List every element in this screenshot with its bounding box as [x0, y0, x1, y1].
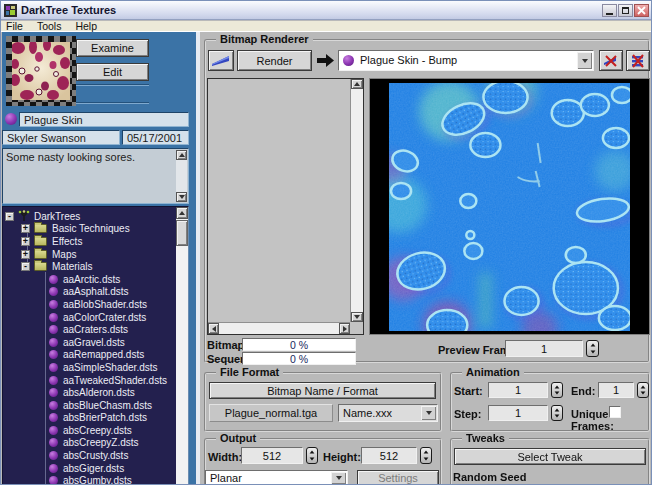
sequence-progress-bar: 0 % — [242, 352, 356, 365]
step-label: Step: — [454, 408, 482, 420]
date-field[interactable]: 05/17/2001 — [122, 130, 189, 145]
texture-sphere-icon — [49, 388, 58, 397]
mapping-dropdown[interactable]: Planar — [205, 470, 348, 485]
window-title: DarkTree Textures — [21, 4, 116, 16]
start-spinner[interactable] — [551, 382, 563, 398]
tree-connector — [45, 272, 46, 485]
end-field[interactable]: 1 — [598, 382, 634, 398]
step-spinner[interactable] — [551, 405, 563, 421]
tree-file-row[interactable]: aaTweakedShader.dsts — [3, 374, 176, 387]
title-bar[interactable]: DarkTree Textures — [1, 1, 652, 20]
name-pattern-dropdown[interactable]: Name.xxx — [338, 404, 438, 422]
menu-file[interactable]: File — [6, 20, 23, 32]
tree-file-row[interactable]: absBrierPatch.dsts — [3, 412, 176, 425]
scroll-right-icon[interactable] — [339, 323, 350, 334]
select-tweak-button[interactable]: Select Tweak — [454, 448, 646, 465]
preview-frame-field[interactable]: 1 — [505, 340, 583, 357]
scroll-up-icon[interactable] — [176, 207, 188, 219]
tree-file-row[interactable]: aaRemapped.dsts — [3, 349, 176, 362]
tree-folder-row[interactable]: +Maps — [3, 248, 176, 261]
darktrees-root-icon — [18, 210, 30, 222]
tree-root[interactable]: - DarkTrees — [3, 210, 176, 223]
tree-file-row[interactable]: absAlderon.dsts — [3, 386, 176, 399]
author-field[interactable]: Skyler Swanson — [2, 130, 120, 145]
tree-root-label: DarkTrees — [34, 211, 80, 222]
bump-map-preview-image — [389, 83, 630, 331]
texture-name-field[interactable]: Plague Skin — [19, 112, 189, 127]
tree-folder-row[interactable]: -Materials — [3, 260, 176, 273]
tree-file-label: aaCraters.dsts — [63, 324, 128, 335]
height-spinner[interactable] — [420, 447, 432, 464]
chevron-down-icon[interactable] — [331, 472, 346, 484]
menu-help[interactable]: Help — [75, 20, 97, 32]
tree-file-row[interactable]: aaBlobShader.dsts — [3, 298, 176, 311]
blue-wedge-icon — [211, 54, 231, 67]
tree-folder-row[interactable]: +Effects — [3, 235, 176, 248]
tree-file-row[interactable]: aaArctic.dsts — [3, 273, 176, 286]
collapse-toggle-icon[interactable]: - — [5, 212, 14, 221]
list-horizontal-scrollbar[interactable] — [208, 322, 350, 334]
end-spinner[interactable] — [637, 382, 649, 398]
close-button[interactable] — [634, 4, 649, 17]
scroll-up-icon[interactable] — [176, 150, 187, 160]
tree-scrollbar[interactable] — [176, 207, 188, 485]
tree-folder-row[interactable]: +Basic Techniques — [3, 223, 176, 236]
minimize-button[interactable] — [602, 4, 617, 17]
height-field[interactable]: 512 — [361, 447, 417, 464]
expand-toggle-icon[interactable]: - — [21, 262, 30, 271]
settings-button[interactable]: Settings — [357, 470, 439, 485]
menu-tools[interactable]: Tools — [37, 20, 62, 32]
render-target-dropdown[interactable]: Plague Skin - Bump — [338, 50, 594, 71]
texture-sphere-icon — [343, 55, 354, 66]
list-vertical-scrollbar[interactable] — [350, 79, 363, 322]
tree-file-row[interactable]: absCreepyZ.dsts — [3, 437, 176, 450]
chevron-down-icon[interactable] — [577, 52, 592, 69]
tree-file-row[interactable]: absGumby.dsts — [3, 474, 176, 485]
tree-file-row[interactable]: aaAsphalt.dsts — [3, 286, 176, 299]
delete-item-icon — [603, 54, 619, 68]
tree-file-row[interactable]: absCrusty.dsts — [3, 449, 176, 462]
render-queue-button[interactable] — [208, 50, 234, 71]
expand-toggle-icon[interactable]: + — [21, 237, 30, 246]
width-field[interactable]: 512 — [241, 447, 303, 464]
expand-toggle-icon[interactable]: + — [21, 224, 30, 233]
tree-file-row[interactable]: absBlueChasm.dsts — [3, 399, 176, 412]
remove-all-render-targets-button[interactable] — [626, 50, 650, 71]
texture-info-panel: Examine Edit Plague Skin Skyler Swanson … — [2, 32, 196, 485]
folder-icon — [34, 250, 47, 259]
render-button[interactable]: Render — [237, 50, 312, 71]
tree-file-row[interactable]: absCreepy.dsts — [3, 424, 176, 437]
bitmap-progress-bar: 0 % — [242, 338, 356, 351]
scroll-up-icon[interactable] — [351, 79, 363, 89]
width-spinner[interactable] — [306, 447, 318, 464]
remove-render-target-button[interactable] — [599, 50, 623, 71]
scroll-down-icon[interactable] — [351, 312, 363, 322]
tree-file-row[interactable]: aaSimpleShader.dsts — [3, 361, 176, 374]
end-label: End: — [571, 385, 595, 397]
unique-frames-checkbox[interactable] — [609, 406, 621, 418]
scroll-left-icon[interactable] — [208, 323, 219, 334]
texture-sphere-icon — [49, 401, 58, 410]
examine-button[interactable]: Examine — [76, 39, 149, 57]
expand-toggle-icon[interactable]: + — [21, 250, 30, 259]
tree-scrollbar-thumb[interactable] — [176, 220, 188, 246]
tree-file-row[interactable]: aaCraters.dsts — [3, 323, 176, 336]
description-box[interactable]: Some nasty looking sores. — [2, 148, 189, 204]
tree-file-label: absCreepy.dsts — [63, 425, 132, 436]
description-scrollbar[interactable] — [176, 150, 187, 202]
tree-file-row[interactable]: aaColorCrater.dsts — [3, 311, 176, 324]
tree-file-row[interactable]: aaGravel.dsts — [3, 336, 176, 349]
spinner-up-icon[interactable] — [590, 344, 595, 347]
tree-file-row[interactable]: absGiger.dsts — [3, 462, 176, 475]
scroll-down-icon[interactable] — [176, 192, 187, 202]
spinner-down-icon[interactable] — [590, 350, 595, 353]
tree-file-label: absBrierPatch.dsts — [63, 412, 147, 423]
bitmap-name-format-button[interactable]: Bitmap Name / Format — [209, 382, 436, 399]
edit-button[interactable]: Edit — [76, 63, 149, 81]
step-field[interactable]: 1 — [488, 405, 548, 421]
maximize-button[interactable] — [618, 4, 633, 17]
chevron-down-icon[interactable] — [421, 406, 436, 420]
render-queue-list[interactable] — [207, 78, 364, 335]
preview-frame-spinner[interactable] — [586, 340, 599, 357]
start-field[interactable]: 1 — [488, 382, 548, 398]
